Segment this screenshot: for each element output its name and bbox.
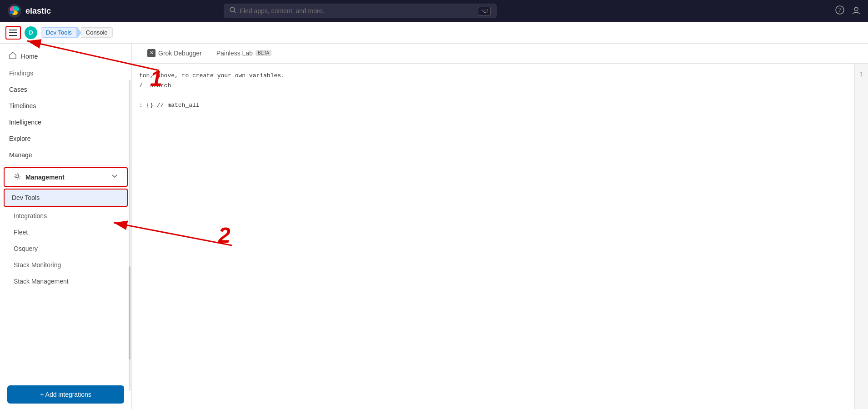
sidebar-osquery-label: Osquery — [14, 245, 38, 252]
sidebar-item-fleet[interactable]: Fleet — [0, 224, 131, 240]
sidebar-manage-label: Manage — [9, 151, 32, 159]
breadcrumb: Dev Tools Console — [41, 26, 113, 39]
editor-line-numbers: 1 — [854, 64, 868, 409]
sidebar-item-stack-management[interactable]: Stack Management — [0, 273, 131, 289]
main-content: ✕ Grok Debugger Painless Lab BETA ton, a… — [132, 44, 868, 409]
chevron-down-icon — [111, 173, 118, 181]
sidebar-item-intelligence[interactable]: Intelligence — [0, 114, 131, 130]
secondbar: D Dev Tools Console — [0, 22, 868, 44]
help-icon[interactable]: ? — [835, 5, 844, 17]
top-navbar: elastic ⌥/ ? — [0, 0, 868, 22]
editor-divider-handle[interactable]: ‖ — [854, 219, 854, 230]
line-number-1: 1 — [860, 71, 863, 78]
svg-point-9 — [854, 7, 858, 11]
add-integrations-button[interactable]: + Add integrations — [7, 385, 124, 404]
editor-line-4: : {} // match_all — [132, 100, 854, 110]
sidebar-item-osquery[interactable]: Osquery — [0, 240, 131, 257]
editor-area: ton, above, to create your own variables… — [132, 64, 868, 409]
svg-point-10 — [16, 175, 19, 178]
sidebar-item-stack-monitoring[interactable]: Stack Monitoring — [0, 257, 131, 273]
sidebar-timelines-label: Timelines — [9, 102, 36, 110]
sidebar-stack-management-label: Stack Management — [14, 278, 69, 285]
beta-badge: BETA — [256, 50, 271, 56]
global-search[interactable]: ⌥/ — [224, 4, 497, 18]
sidebar-stack-monitoring-label: Stack Monitoring — [14, 261, 61, 269]
editor-line-2-content: / _search — [139, 81, 171, 90]
management-label: Management — [25, 174, 65, 181]
editor-line-3 — [132, 90, 854, 100]
navbar-right: ? — [835, 5, 861, 17]
scrollbar-track — [129, 80, 130, 390]
sidebar-item-integrations[interactable]: Integrations — [0, 208, 131, 224]
gear-icon — [14, 173, 21, 181]
svg-line-6 — [234, 11, 236, 13]
tab-grok-debugger[interactable]: ✕ Grok Debugger — [141, 44, 208, 63]
sidebar-fleet-label: Fleet — [14, 229, 28, 236]
sidebar-management-header[interactable]: Management — [4, 167, 128, 187]
sidebar-item-devtools[interactable]: Dev Tools — [4, 189, 128, 207]
svg-point-5 — [230, 7, 235, 12]
sidebar-item-home[interactable]: Home — [0, 47, 131, 65]
breadcrumb-console[interactable]: Console — [81, 27, 113, 38]
editor-line-4-content: : {} // match_all — [139, 101, 200, 110]
editor-line-1-content: ton, above, to create your own variables… — [139, 71, 285, 80]
elastic-logo[interactable]: elastic — [7, 4, 51, 18]
sidebar: Home Findings Cases Timelines Intelligen… — [0, 44, 132, 409]
editor-line-1: ton, above, to create your own variables… — [132, 71, 854, 81]
main-layout: Home Findings Cases Timelines Intelligen… — [0, 44, 868, 409]
sidebar-devtools-label: Dev Tools — [12, 194, 40, 201]
tab-close-button[interactable]: ✕ — [147, 49, 156, 57]
sidebar-item-timelines[interactable]: Timelines — [0, 98, 131, 114]
elastic-logo-icon — [7, 4, 22, 18]
sidebar-integrations-label: Integrations — [14, 212, 47, 219]
scrollbar-thumb[interactable] — [129, 266, 130, 359]
editor-right-area: 1 — [854, 64, 868, 409]
home-icon — [9, 52, 16, 60]
tabs-bar: ✕ Grok Debugger Painless Lab BETA — [132, 44, 868, 64]
tab-grok-label: Grok Debugger — [158, 50, 202, 57]
elastic-wordmark: elastic — [25, 6, 51, 16]
sidebar-explore-label: Explore — [9, 135, 30, 142]
sidebar-intelligence-label: Intelligence — [9, 119, 41, 126]
sidebar-divider — [0, 165, 131, 165]
user-icon[interactable] — [852, 5, 861, 17]
tab-painless-lab[interactable]: Painless Lab BETA — [210, 44, 278, 63]
tab-painless-label: Painless Lab — [216, 50, 253, 57]
breadcrumb-devtools[interactable]: Dev Tools — [41, 27, 77, 38]
sidebar-item-findings[interactable]: Findings — [0, 65, 131, 81]
sidebar-item-cases[interactable]: Cases — [0, 81, 131, 98]
svg-text:?: ? — [838, 7, 842, 13]
sidebar-item-explore[interactable]: Explore — [0, 130, 131, 147]
search-input[interactable] — [240, 7, 474, 15]
sidebar-scroll: Home Findings Cases Timelines Intelligen… — [0, 44, 131, 380]
sidebar-findings-label: Findings — [9, 70, 33, 77]
search-icon — [230, 7, 236, 15]
sidebar-home-label: Home — [21, 53, 38, 60]
hamburger-button[interactable] — [5, 26, 21, 40]
search-shortcut: ⌥/ — [478, 7, 491, 15]
editor-left-pane[interactable]: ton, above, to create your own variables… — [132, 64, 854, 409]
editor-line-3-content — [139, 91, 143, 100]
sidebar-item-manage[interactable]: Manage — [0, 147, 131, 163]
editor-line-2: / _search — [132, 81, 854, 91]
user-avatar[interactable]: D — [25, 26, 37, 39]
sidebar-cases-label: Cases — [9, 86, 27, 93]
